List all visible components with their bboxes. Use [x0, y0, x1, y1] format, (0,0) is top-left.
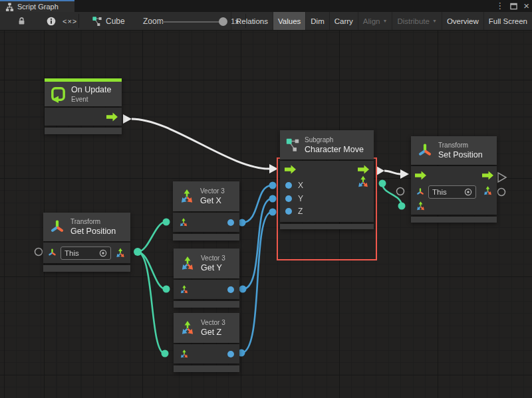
graph-target-icon — [92, 12, 102, 30]
flow-output-port[interactable] — [358, 164, 369, 175]
flow-input-port[interactable] — [285, 164, 296, 175]
vector3-output-port[interactable] — [482, 185, 493, 197]
wire-flow-onupdate-to-charactermove — [123, 114, 278, 173]
zoom-slider-handle[interactable] — [219, 17, 227, 26]
title-bar: Script Graph ⋮ × — [0, 0, 532, 12]
this-object-field[interactable]: This — [61, 247, 111, 260]
setposition-value-output-port — [498, 189, 505, 196]
node-subtitle: Vector 3 — [200, 187, 225, 195]
node-header[interactable]: Vector 3 Get Z — [174, 313, 239, 343]
vector3-output-port[interactable] — [114, 247, 126, 259]
distribute-dropdown[interactable]: Distribute▼ — [392, 12, 442, 30]
tab-script-graph[interactable]: Script Graph — [0, 0, 74, 12]
node-body: This — [43, 243, 130, 263]
vector3-output-port[interactable] — [356, 175, 370, 189]
value-output-port[interactable] — [227, 219, 234, 226]
value-output-port[interactable] — [227, 286, 234, 293]
node-set-position[interactable]: Transform Set Position This — [411, 136, 497, 223]
node-subtitle: Subgraph — [305, 136, 364, 144]
carry-button[interactable]: Carry — [329, 12, 358, 30]
setposition-flow-output-port — [498, 173, 506, 182]
overview-button[interactable]: Overview — [442, 12, 483, 30]
node-footer — [45, 128, 122, 134]
node-footer — [280, 224, 374, 229]
subgraph-icon — [285, 138, 300, 152]
input-port-x[interactable] — [285, 182, 292, 189]
node-subtitle: Vector 3 — [201, 318, 225, 327]
window-maximize-icon[interactable] — [510, 3, 517, 10]
wire-value-getxyz-to-charactermove — [238, 182, 277, 357]
node-body — [45, 108, 122, 126]
port-label-y: Y — [298, 194, 303, 203]
object-picker-icon[interactable] — [464, 188, 472, 196]
subgraph-icon — [92, 16, 102, 27]
dim-button[interactable]: Dim — [305, 12, 329, 30]
node-header[interactable]: Vector 3 Get X — [173, 181, 239, 211]
vector3-input-port[interactable] — [178, 217, 189, 228]
node-title: On Update — [71, 84, 111, 95]
input-port-y[interactable] — [285, 195, 292, 202]
node-body — [174, 344, 239, 363]
zoom-slider-track[interactable] — [162, 21, 225, 23]
align-dropdown[interactable]: Align▼ — [358, 12, 392, 30]
vector3-icon — [178, 188, 196, 205]
node-header[interactable]: Transform Set Position — [411, 136, 497, 165]
node-footer — [174, 365, 239, 372]
vector3-icon — [179, 320, 196, 337]
vector3-input-port[interactable] — [179, 349, 190, 359]
flow-output-port[interactable] — [482, 170, 493, 181]
node-title: Get Position — [70, 226, 116, 237]
node-character-move[interactable]: Subgraph Character Move X Y Z — [280, 130, 374, 229]
values-button[interactable]: Values — [273, 12, 305, 30]
node-footer — [411, 217, 497, 223]
node-title: Get Y — [201, 262, 225, 273]
lock-icon — [17, 17, 26, 25]
value-output-port[interactable] — [227, 351, 234, 357]
graph-toolbar: <×> Cube Zoom 1x Relations Values Dim Ca… — [0, 12, 532, 31]
fullscreen-button[interactable]: Full Screen — [483, 12, 532, 30]
node-title: Character Move — [305, 144, 364, 155]
node-header[interactable]: Vector 3 Get Y — [174, 249, 239, 278]
input-port-z[interactable] — [285, 208, 292, 215]
node-footer — [43, 265, 130, 272]
node-header[interactable]: Transform Get Position — [43, 213, 130, 241]
wire-value-getposition-to-getxyz — [134, 219, 170, 357]
transform-icon — [49, 219, 66, 236]
code-icon: <×> — [63, 17, 77, 25]
zoom-label: Zoom — [143, 12, 164, 30]
getposition-this-input-port — [35, 249, 43, 256]
node-get-z[interactable]: Vector 3 Get Z — [174, 313, 239, 372]
info-button[interactable] — [47, 12, 56, 30]
graph-target-name[interactable]: Cube — [106, 12, 125, 30]
transform-port-icon[interactable] — [47, 248, 57, 258]
vector3-input-port[interactable] — [415, 201, 426, 212]
this-object-field[interactable]: This — [428, 185, 476, 199]
info-icon — [47, 17, 56, 26]
maximize-icon — [510, 3, 517, 10]
node-subtitle: Transform — [438, 141, 483, 149]
transform-port-icon[interactable] — [416, 187, 425, 197]
lock-button[interactable] — [17, 12, 26, 30]
code-preview-button[interactable]: <×> — [63, 12, 77, 30]
object-picker-icon[interactable] — [99, 249, 107, 257]
node-title: Get X — [200, 195, 225, 206]
node-get-y[interactable]: Vector 3 Get Y — [174, 249, 239, 308]
flow-output-port[interactable] — [106, 112, 118, 122]
vector3-input-port[interactable] — [179, 284, 190, 295]
flow-input-port[interactable] — [415, 170, 426, 181]
node-get-x[interactable]: Vector 3 Get X — [173, 181, 239, 241]
port-label-z: Z — [298, 207, 303, 216]
node-on-update[interactable]: On Update Event — [45, 78, 122, 134]
window-close-icon[interactable]: × — [523, 0, 529, 12]
vector3-icon — [179, 255, 196, 272]
toolbar-divider — [78, 14, 79, 28]
node-footer — [174, 301, 239, 308]
graph-canvas[interactable]: On Update Event Transform Get Position — [0, 31, 532, 398]
window-menu-icon[interactable]: ⋮ — [495, 0, 504, 12]
graph-hierarchy-icon — [5, 3, 14, 11]
node-header[interactable]: Subgraph Character Move — [280, 130, 374, 159]
relations-button[interactable]: Relations — [231, 12, 273, 30]
node-header[interactable]: On Update Event — [45, 82, 122, 106]
node-footer — [173, 234, 239, 241]
node-get-position[interactable]: Transform Get Position This — [43, 213, 130, 272]
